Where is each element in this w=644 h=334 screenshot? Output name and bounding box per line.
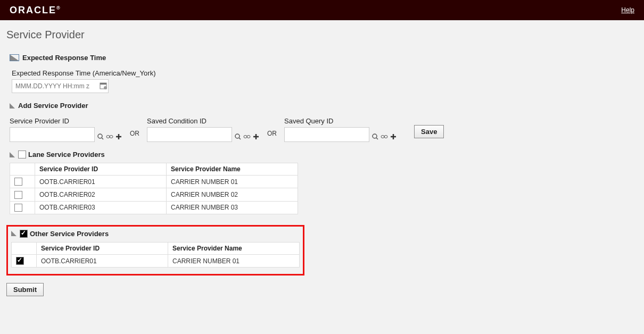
svg-point-18 (384, 136, 387, 138)
row-checkbox[interactable] (16, 257, 24, 265)
collapse-toggle-add-sp[interactable] (10, 103, 15, 108)
label-saved-condition-id: Saved Condition ID (147, 117, 260, 125)
link-icon[interactable] (243, 133, 251, 140)
cell-sp-id: OOTB.CARRIER01 (37, 254, 168, 267)
svg-point-15 (373, 134, 377, 138)
svg-line-10 (239, 138, 241, 139)
saved-query-id-input[interactable] (284, 127, 369, 142)
expected-response-input[interactable] (12, 80, 98, 92)
svg-point-2 (104, 86, 107, 89)
other-sp-table: Service Provider ID Service Provider Nam… (11, 242, 300, 268)
heading-add-sp: Add Service Provider (18, 102, 88, 110)
row-checkbox[interactable] (14, 178, 22, 186)
section-lane-service-providers: Lane Service Providers Service Provider … (10, 151, 638, 214)
page-body: Service Provider Expected Response Time … (0, 20, 644, 302)
col-sp-id: Service Provider ID (37, 242, 168, 254)
row-checkbox[interactable] (14, 191, 22, 199)
col-sp-name: Service Provider Name (167, 163, 298, 176)
label-expected-response-time: Expected Response Time (America/New_York… (12, 69, 638, 77)
save-button[interactable]: Save (414, 125, 444, 138)
collapse-toggle-other-sp[interactable] (11, 231, 16, 236)
col-sp-id: Service Provider ID (35, 163, 167, 176)
checkbox-lane-sp-all[interactable] (18, 151, 26, 158)
label-saved-query-id: Saved Query ID (284, 117, 397, 125)
or-text-2: OR (267, 130, 277, 137)
svg-line-16 (376, 138, 378, 139)
svg-line-4 (102, 138, 103, 139)
svg-point-12 (247, 136, 250, 138)
collapse-toggle-lane-sp[interactable] (10, 152, 15, 157)
calendar-icon[interactable] (98, 82, 108, 91)
svg-rect-1 (100, 83, 106, 85)
svg-point-5 (106, 136, 110, 138)
cell-sp-id: OOTB.CARRIER01 (35, 176, 167, 188)
label-sp-id: Service Provider ID (10, 117, 122, 125)
table-row: OOTB.CARRIER03 CARRIER NUMBER 03 (10, 201, 298, 214)
col-sp-name: Service Provider Name (168, 242, 300, 254)
search-icon[interactable] (371, 133, 379, 140)
search-icon[interactable] (97, 133, 104, 140)
heading-lane-sp: Lane Service Providers (28, 151, 105, 158)
table-row: OOTB.CARRIER02 CARRIER NUMBER 02 (10, 188, 298, 201)
cell-sp-name: CARRIER NUMBER 03 (167, 201, 298, 214)
svg-point-17 (381, 136, 384, 138)
link-icon[interactable] (106, 133, 113, 140)
svg-point-9 (235, 134, 240, 138)
cell-sp-id: OOTB.CARRIER03 (35, 201, 167, 214)
heading-other-sp: Other Service Providers (30, 230, 109, 238)
submit-button[interactable]: Submit (6, 283, 44, 296)
link-icon[interactable] (381, 133, 388, 140)
oracle-logo: ORACLE® (10, 5, 61, 16)
saved-condition-id-input[interactable] (147, 127, 232, 142)
section-other-service-providers-highlight: Other Service Providers Service Provider… (6, 225, 304, 275)
service-provider-id-input[interactable] (10, 127, 95, 142)
plus-icon[interactable] (252, 133, 260, 140)
plus-icon[interactable] (115, 133, 122, 140)
cell-sp-name: CARRIER NUMBER 01 (167, 176, 298, 188)
svg-point-11 (244, 136, 247, 138)
cell-sp-name: CARRIER NUMBER 02 (167, 188, 298, 201)
plus-icon[interactable] (390, 133, 397, 140)
lane-sp-table: Service Provider ID Service Provider Nam… (10, 163, 298, 214)
cell-sp-id: OOTB.CARRIER02 (35, 188, 167, 201)
svg-point-3 (98, 134, 102, 138)
section-add-service-provider: Add Service Provider Service Provider ID… (10, 102, 638, 142)
collapse-toggle-expected-response[interactable] (10, 54, 19, 61)
help-link[interactable]: Help (621, 6, 634, 14)
search-icon[interactable] (234, 133, 242, 140)
datetime-field (12, 79, 109, 93)
row-checkbox[interactable] (14, 204, 22, 212)
table-row: OOTB.CARRIER01 CARRIER NUMBER 01 (10, 176, 298, 188)
checkbox-other-sp-all[interactable] (20, 230, 28, 238)
page-title: Service Provider (6, 29, 638, 41)
top-bar: ORACLE® Help (0, 0, 644, 20)
cell-sp-name: CARRIER NUMBER 01 (168, 254, 300, 267)
table-row: OOTB.CARRIER01 CARRIER NUMBER 01 (12, 254, 300, 267)
or-text-1: OR (130, 130, 139, 137)
section-expected-response: Expected Response Time Expected Response… (10, 54, 638, 93)
svg-point-6 (110, 136, 113, 138)
heading-expected-response: Expected Response Time (22, 54, 106, 62)
